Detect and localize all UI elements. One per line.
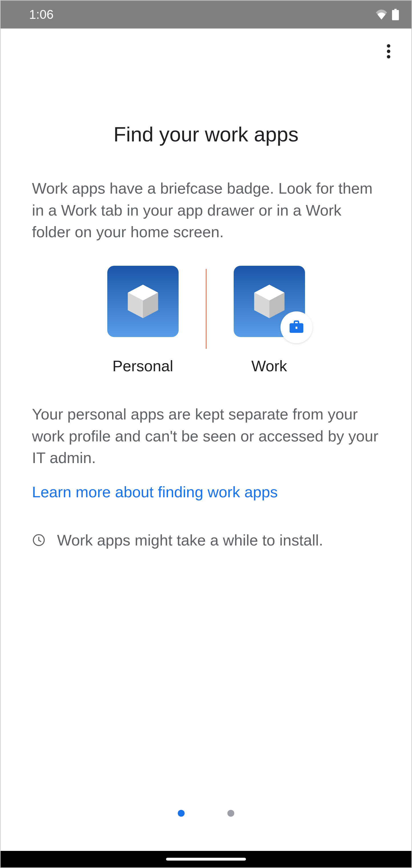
personal-app-icon [107, 266, 179, 337]
status-icons [376, 9, 399, 20]
description-primary: Work apps have a briefcase badge. Look f… [32, 177, 380, 243]
description-secondary: Your personal apps are kept separate fro… [32, 403, 380, 469]
app-comparison-row: Personal Wor [32, 266, 380, 375]
more-vert-icon [387, 42, 390, 60]
learn-more-link[interactable]: Learn more about finding work apps [32, 483, 380, 501]
home-gesture-pill[interactable] [166, 858, 246, 861]
install-note-text: Work apps might take a while to install. [57, 529, 323, 551]
overflow-menu-button[interactable] [377, 40, 400, 63]
cube-icon [123, 281, 163, 321]
cube-icon [249, 281, 289, 321]
svg-rect-6 [295, 327, 297, 329]
page-title: Find your work apps [32, 123, 380, 146]
install-note-row: Work apps might take a while to install. [32, 529, 380, 551]
work-app-icon [234, 266, 305, 337]
clock-icon [32, 533, 46, 547]
battery-icon [392, 9, 399, 20]
wifi-icon [376, 9, 387, 20]
page-dot-1[interactable] [178, 810, 185, 817]
page-dot-2[interactable] [227, 810, 234, 817]
status-bar: 1:06 [1, 1, 411, 29]
status-time: 1:06 [29, 7, 54, 22]
personal-app-column: Personal [83, 266, 203, 375]
work-badge [281, 311, 313, 343]
page-indicator [32, 810, 380, 817]
work-label: Work [252, 357, 287, 375]
work-app-column: Work [209, 266, 329, 375]
divider [206, 269, 207, 349]
briefcase-icon [288, 319, 305, 336]
navigation-bar [1, 851, 411, 867]
personal-label: Personal [112, 357, 173, 375]
